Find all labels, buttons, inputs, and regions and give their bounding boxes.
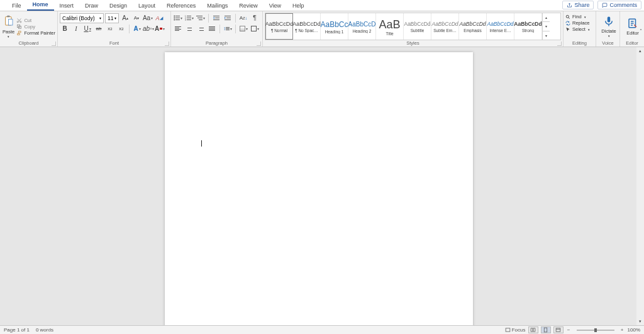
indent-increase-button[interactable] [223, 13, 233, 23]
zoom-out-button[interactable]: − [566, 327, 572, 333]
replace-button[interactable]: Replace [565, 20, 594, 26]
gallery-scroll-down[interactable]: ▾ [543, 22, 550, 31]
view-read-button[interactable] [528, 326, 538, 333]
style-heading-1[interactable]: AaBbCcHeading 1 [321, 13, 348, 40]
italic-button[interactable]: I [71, 24, 81, 34]
underline-button[interactable]: U▾ [82, 24, 92, 34]
editor-label: Editor [626, 30, 639, 36]
text-effects-button[interactable]: A▾ [132, 24, 142, 34]
status-words[interactable]: 0 words [36, 327, 53, 333]
highlight-button[interactable]: ab▾ [143, 24, 153, 34]
style-intense-e-[interactable]: AaBbCcDdIntense E… [487, 13, 514, 40]
view-print-button[interactable] [541, 326, 551, 333]
paste-button[interactable]: Paste ▾ [2, 13, 15, 40]
svg-rect-10 [175, 18, 180, 18]
tab-insert[interactable]: Insert [54, 1, 80, 11]
svg-rect-25 [225, 16, 231, 16]
strike-button[interactable]: ab [94, 24, 104, 34]
align-left-button[interactable] [173, 24, 183, 34]
page[interactable] [165, 52, 473, 325]
editor-icon [627, 18, 638, 29]
dialog-launcher-paragraph[interactable] [257, 42, 261, 46]
clear-format-button[interactable]: A◢ [154, 13, 164, 23]
svg-rect-22 [213, 16, 219, 16]
style-emphasis[interactable]: AaBbCcDdEmphasis [459, 13, 487, 40]
font-name-combo[interactable]: Calibri (Body)▾ [60, 13, 104, 23]
style-name: Heading 1 [325, 30, 344, 34]
font-color-button[interactable]: A▾ [155, 24, 165, 34]
align-right-button[interactable] [196, 24, 206, 34]
tab-help[interactable]: Help [287, 1, 310, 11]
scroll-down-button[interactable]: ▾ [636, 318, 644, 325]
gallery-scroll-up[interactable]: ▴ [543, 13, 550, 22]
style--normal[interactable]: AaBbCcDd¶ Normal [265, 13, 293, 40]
borders-button[interactable]: ▾ [250, 24, 260, 34]
editor-button[interactable]: Editor [622, 13, 643, 40]
style-heading-2[interactable]: AaBbCcDHeading 2 [348, 13, 376, 40]
format-painter-button[interactable]: Format Painter [16, 30, 55, 36]
style-name: Subtitle [411, 28, 425, 33]
dialog-launcher-clipboard[interactable] [52, 42, 56, 46]
comments-button[interactable]: Comments [597, 1, 641, 9]
sort-button[interactable]: AZ↓ [238, 13, 248, 23]
vertical-scrollbar[interactable]: ▴ ▾ [636, 47, 644, 325]
bullets-button[interactable]: ▾ [173, 13, 183, 23]
change-case-button[interactable]: Aa▾ [143, 13, 153, 23]
style--no-spac-[interactable]: AaBbCcDd¶ No Spac… [293, 13, 321, 40]
status-page[interactable]: Page 1 of 1 [4, 327, 30, 333]
cut-button[interactable]: Cut [16, 18, 55, 23]
indent-decrease-button[interactable] [211, 13, 221, 23]
tab-view[interactable]: View [264, 1, 287, 11]
shrink-font-button[interactable]: A▾ [131, 13, 142, 23]
view-web-button[interactable] [553, 326, 564, 333]
zoom-in-button[interactable]: + [619, 327, 625, 333]
collapse-ribbon-button[interactable]: ˄ [640, 28, 642, 34]
subscript-button[interactable]: x2 [105, 24, 115, 34]
find-button[interactable]: Find▾ [565, 14, 594, 19]
svg-point-28 [566, 15, 569, 18]
tab-references[interactable]: References [161, 1, 201, 11]
group-paragraph: ▾ 123▾ ▾ AZ↓ ¶ ↕▾ [171, 11, 263, 47]
align-center-button[interactable] [184, 24, 194, 34]
tab-mailings[interactable]: Mailings [201, 1, 233, 11]
dialog-launcher-font[interactable] [165, 42, 169, 46]
svg-rect-18 [187, 19, 191, 20]
style-title[interactable]: AaBTitle [376, 13, 404, 40]
select-button[interactable]: Select▾ [565, 26, 594, 32]
superscript-button[interactable]: x2 [116, 24, 126, 34]
style-subtle-em-[interactable]: AaBbCcDdSubtle Em… [431, 13, 459, 40]
replace-label: Replace [572, 20, 590, 26]
document-area[interactable]: ▴ ▾ [0, 47, 644, 325]
style-subtitle[interactable]: AaBbCcDdSubtitle [404, 13, 431, 40]
style-name: Heading 2 [353, 29, 372, 33]
share-button[interactable]: Share [562, 1, 594, 9]
numbering-icon: 123 [185, 15, 191, 21]
multilevel-button[interactable]: ▾ [196, 13, 206, 23]
print-layout-icon [543, 327, 548, 333]
zoom-slider[interactable] [577, 330, 614, 331]
bold-button[interactable]: B [60, 24, 70, 34]
copy-button[interactable]: Copy [16, 24, 55, 30]
dictate-button[interactable]: Dictate ▾ [598, 13, 619, 40]
grow-font-button[interactable]: A▴ [120, 13, 130, 23]
format-painter-label: Format Painter [24, 30, 55, 36]
tab-draw[interactable]: Draw [79, 1, 104, 11]
tab-review[interactable]: Review [233, 1, 264, 11]
dialog-launcher-styles[interactable] [557, 42, 562, 46]
line-spacing-button[interactable]: ↕▾ [223, 24, 233, 34]
tab-home[interactable]: Home [27, 0, 54, 11]
shading-button[interactable]: ▾ [238, 24, 248, 34]
style-strong[interactable]: AaBbCcDdStrong [514, 13, 542, 40]
tab-design[interactable]: Design [104, 1, 133, 11]
scroll-up-button[interactable]: ▴ [636, 47, 644, 55]
zoom-value[interactable]: 100% [628, 327, 640, 333]
numbering-button[interactable]: 123▾ [184, 13, 194, 23]
zoom-thumb[interactable] [594, 328, 597, 332]
font-size-combo[interactable]: 11▾ [105, 13, 119, 23]
tab-layout[interactable]: Layout [133, 1, 161, 11]
gallery-expand[interactable]: ▾ [543, 31, 550, 40]
tab-file[interactable]: File [6, 1, 27, 11]
show-marks-button[interactable]: ¶ [250, 13, 260, 23]
focus-mode-button[interactable]: Focus [505, 327, 526, 333]
justify-button[interactable] [207, 24, 217, 34]
